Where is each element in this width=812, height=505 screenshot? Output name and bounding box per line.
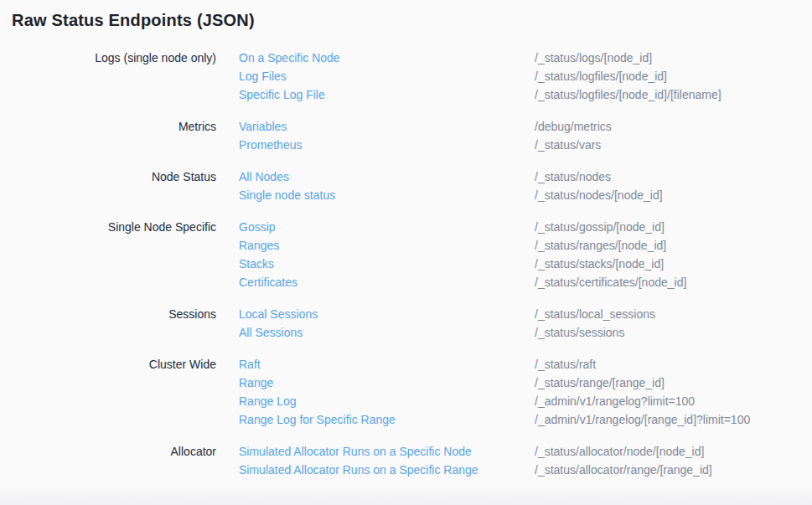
endpoint-path: /_status/vars <box>535 136 800 154</box>
category-label: Single Node Specific <box>12 218 216 291</box>
endpoint-row: All Sessions/_status/sessions <box>239 323 800 342</box>
endpoint-path: /_status/gossip/[node_id] <box>535 218 800 236</box>
endpoint-section-sessions: SessionsLocal Sessions/_status/local_ses… <box>12 305 800 342</box>
endpoint-path: /_status/logfiles/[node_id] <box>535 67 800 85</box>
endpoint-path: /_status/certificates/[node_id] <box>535 273 800 291</box>
endpoint-row: Gossip/_status/gossip/[node_id] <box>239 218 800 236</box>
endpoint-table: Logs (single node only)On a Specific Nod… <box>12 49 800 479</box>
endpoint-link[interactable]: Raft <box>239 355 535 374</box>
category-label: Allocator <box>12 442 216 479</box>
endpoint-path: /_status/stacks/[node_id] <box>535 255 800 273</box>
category-label: Cluster Wide <box>12 355 216 429</box>
endpoint-link[interactable]: All Nodes <box>239 167 535 186</box>
endpoint-link[interactable]: Range Log for Specific Range <box>239 410 535 429</box>
endpoint-row: Range Log for Specific Range/_admin/v1/r… <box>239 410 800 429</box>
endpoint-path: /_status/nodes/[node_id] <box>535 186 800 204</box>
endpoint-row: Simulated Allocator Runs on a Specific N… <box>239 442 800 461</box>
endpoint-rows: Variables/debug/metricsPrometheus/_statu… <box>239 117 800 154</box>
endpoint-path: /_status/raft <box>535 355 800 374</box>
endpoint-section-single-node-specific: Single Node SpecificGossip/_status/gossi… <box>12 218 800 291</box>
endpoint-link[interactable]: Stacks <box>239 255 535 273</box>
endpoint-link[interactable]: Log Files <box>239 67 535 85</box>
endpoint-rows: All Nodes/_status/nodesSingle node statu… <box>239 167 800 204</box>
endpoint-link[interactable]: Range Log <box>239 392 535 410</box>
category-label: Logs (single node only) <box>12 49 216 104</box>
endpoint-row: Ranges/_status/ranges/[node_id] <box>239 236 800 255</box>
category-label: Metrics <box>12 117 216 154</box>
endpoint-row: Log Files/_status/logfiles/[node_id] <box>239 67 800 85</box>
endpoint-path: /_status/allocator/range/[range_id] <box>535 461 800 479</box>
endpoint-row: Range Log/_admin/v1/rangelog?limit=100 <box>239 392 800 410</box>
endpoint-row: Prometheus/_status/vars <box>239 136 800 154</box>
endpoint-row: All Nodes/_status/nodes <box>239 167 800 186</box>
endpoint-link[interactable]: Range <box>239 374 535 392</box>
endpoint-rows: Raft/_status/raftRange/_status/range/[ra… <box>239 355 800 429</box>
endpoint-path: /_status/sessions <box>535 323 800 342</box>
endpoint-section-logs-single-node-only: Logs (single node only)On a Specific Nod… <box>12 49 800 104</box>
endpoint-link[interactable]: Gossip <box>239 218 535 236</box>
endpoint-row: Specific Log File/_status/logfiles/[node… <box>239 85 800 104</box>
endpoint-section-cluster-wide: Cluster WideRaft/_status/raftRange/_stat… <box>12 355 800 429</box>
page-title: Raw Status Endpoints (JSON) <box>12 11 800 30</box>
endpoint-rows: Gossip/_status/gossip/[node_id]Ranges/_s… <box>239 218 800 291</box>
endpoint-link[interactable]: Prometheus <box>239 136 535 154</box>
endpoint-path: /_status/logs/[node_id] <box>535 49 800 67</box>
category-label: Sessions <box>12 305 216 342</box>
endpoint-path: /_status/ranges/[node_id] <box>535 236 800 255</box>
endpoint-row: Raft/_status/raft <box>239 355 800 374</box>
endpoint-link[interactable]: Simulated Allocator Runs on a Specific R… <box>239 461 535 479</box>
endpoint-rows: On a Specific Node/_status/logs/[node_id… <box>239 49 800 104</box>
endpoint-section-allocator: AllocatorSimulated Allocator Runs on a S… <box>12 442 800 479</box>
endpoint-row: Single node status/_status/nodes/[node_i… <box>239 186 800 204</box>
category-label: Node Status <box>12 167 216 204</box>
endpoint-row: On a Specific Node/_status/logs/[node_id… <box>239 49 800 67</box>
endpoint-path: /debug/metrics <box>535 117 800 136</box>
endpoint-link[interactable]: Specific Log File <box>239 85 535 104</box>
endpoint-link[interactable]: Ranges <box>239 236 535 255</box>
endpoint-path: /_status/local_sessions <box>535 305 800 323</box>
endpoint-row: Stacks/_status/stacks/[node_id] <box>239 255 800 273</box>
endpoint-section-metrics: MetricsVariables/debug/metricsPrometheus… <box>12 117 800 154</box>
endpoint-path: /_status/allocator/node/[node_id] <box>535 442 800 461</box>
endpoint-link[interactable]: Certificates <box>239 273 535 291</box>
endpoint-row: Range/_status/range/[range_id] <box>239 374 800 392</box>
endpoint-path: /_admin/v1/rangelog/[range_id]?limit=100 <box>535 410 800 429</box>
debug-page: Raw Status Endpoints (JSON) Logs (single… <box>0 0 812 479</box>
endpoint-link[interactable]: All Sessions <box>239 323 535 342</box>
endpoint-row: Simulated Allocator Runs on a Specific R… <box>239 461 800 479</box>
endpoint-path: /_status/logfiles/[node_id]/[filename] <box>535 85 800 104</box>
footer-strip <box>0 488 812 505</box>
endpoint-link[interactable]: Variables <box>239 117 535 136</box>
endpoint-section-node-status: Node StatusAll Nodes/_status/nodesSingle… <box>12 167 800 204</box>
endpoint-path: /_admin/v1/rangelog?limit=100 <box>535 392 800 410</box>
endpoint-path: /_status/nodes <box>535 167 800 186</box>
endpoint-rows: Local Sessions/_status/local_sessionsAll… <box>239 305 800 342</box>
endpoint-link[interactable]: Simulated Allocator Runs on a Specific N… <box>239 442 535 461</box>
endpoint-path: /_status/range/[range_id] <box>535 374 800 392</box>
endpoint-row: Local Sessions/_status/local_sessions <box>239 305 800 323</box>
endpoint-row: Variables/debug/metrics <box>239 117 800 136</box>
endpoint-link[interactable]: Single node status <box>239 186 535 204</box>
endpoint-link[interactable]: Local Sessions <box>239 305 535 323</box>
endpoint-rows: Simulated Allocator Runs on a Specific N… <box>239 442 800 479</box>
endpoint-row: Certificates/_status/certificates/[node_… <box>239 273 800 291</box>
endpoint-link[interactable]: On a Specific Node <box>239 49 535 67</box>
